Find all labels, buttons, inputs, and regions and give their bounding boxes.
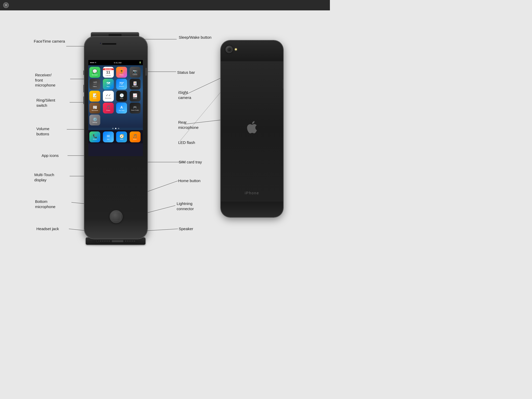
silent-switch[interactable] [83,70,85,75]
label-volume-buttons: Volumebuttons [36,126,49,136]
label-ring-silent: Ring/Silentswitch [36,98,55,108]
home-button[interactable] [110,210,123,223]
dock-music[interactable]: 🎵 Music [130,131,141,142]
page-dot-1 [112,128,114,129]
signal-bars: ●●●● ≋ [90,62,96,64]
label-sleep-wake: Sleep/Wake button [179,35,211,40]
app-videos[interactable]: 🎬 Videos [89,79,100,90]
diagram-container: ●●●● ≋ 9:41 AM 🔋 💬 Messages Monday 11 Ca… [16,15,314,243]
volume-down-button[interactable] [83,96,85,104]
titlebar: ✕ [0,0,330,10]
iphone-back-body: iPhone [221,41,283,217]
app-notes[interactable]: 📝 Notes [89,91,100,102]
iphone-screen: ●●●● ≋ 9:41 AM 🔋 💬 Messages Monday 11 Ca… [88,60,143,156]
label-rear-microphone: Rearmicrophone [178,120,198,130]
battery-icon: 🔋 [139,62,141,64]
close-button[interactable]: ✕ [3,2,9,8]
iphone-brand-text: iPhone [245,191,259,195]
label-status-bar: Status bar [177,70,195,75]
headset-jack [96,240,98,242]
volume-up-button[interactable] [83,85,85,92]
label-lightning-connector: Lightningconnector [177,201,194,211]
app-camera[interactable]: 📷 Camera [130,67,141,78]
front-camera-dot [99,42,101,44]
apple-logo [245,120,258,135]
lightning-port [112,240,123,242]
screen-dock: 📞 Phone ✉ Mail 🧭 Safari 🎵 Music [88,130,143,143]
dock-phone[interactable]: 📞 Phone [89,131,100,142]
front-speaker-grill [102,43,116,45]
app-stocks[interactable]: 📈 Stocks [130,91,141,102]
app-appstore[interactable]: A App Store [116,103,127,114]
led-flash [235,48,237,50]
app-newsstand[interactable]: 📰 Newsstand [89,103,100,114]
app-photos[interactable]: 🌻 Photos [116,67,127,78]
label-bottom-mic: Bottommicrophone [35,199,55,209]
app-maps[interactable]: 🗺 Maps [103,79,114,90]
label-speaker: Speaker [179,226,193,231]
label-multi-touch: Multi-Touchdisplay [34,172,54,182]
page-dot-3 [118,128,119,129]
label-headset-jack: Headset jack [36,226,59,231]
back-camera-area [225,46,237,53]
app-calendar[interactable]: Monday 11 Calendar [103,67,114,78]
back-camera-lens [225,46,233,53]
bottom-grill-right [125,241,135,242]
back-bottom-panel [221,202,283,217]
dock-mail[interactable]: ✉ Mail [103,131,114,142]
iphone-back: iPhone [221,41,283,217]
app-gamecenter[interactable]: 🎮 Game Center [130,103,141,114]
main-content: ●●●● ≋ 9:41 AM 🔋 💬 Messages Monday 11 Ca… [0,10,330,247]
screen-status-bar: ●●●● ≋ 9:41 AM 🔋 [88,60,143,65]
app-weather[interactable]: 73° Weather [116,79,127,90]
label-app-icons: App icons [42,153,59,158]
bottom-grill-left [100,241,110,242]
app-clock[interactable]: 🕐 Clock [116,91,127,102]
label-home-button: Home button [178,178,201,183]
page-dot-2-active [115,128,116,129]
app-itunes[interactable]: 🎵 iTunes [103,103,114,114]
label-receiver-front-mic: Receiver/frontmicrophone [35,72,55,88]
app-reminders[interactable]: ✓✓ Reminders [103,91,114,102]
power-button[interactable] [145,68,147,76]
dock-safari[interactable]: 🧭 Safari [116,131,127,142]
app-grid: 💬 Messages Monday 11 Calendar 🌻 Photos 📷… [88,65,143,127]
sleep-wake-button [109,34,122,36]
back-power-btn [283,79,283,89]
home-button-inner [112,212,121,221]
app-passbook[interactable]: 🃏 Passbook [130,79,141,90]
label-led-flash: LED flash [178,140,195,145]
screen-time: 9:41 AM [114,62,121,64]
label-facetime-camera: FaceTime camera [34,39,65,44]
app-settings[interactable]: ⚙️ Settings [89,115,100,125]
app-messages[interactable]: 💬 Messages [89,67,100,78]
label-isight-camera: iSightcamera [178,90,191,100]
label-sim-card-tray: SIM card tray [179,159,202,165]
